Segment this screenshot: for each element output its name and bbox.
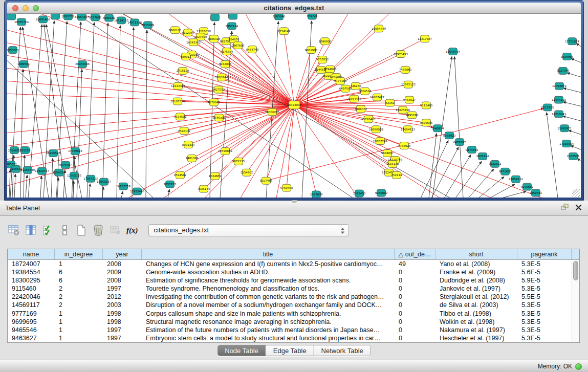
graph-node[interactable]: 2718120 [177,67,189,74]
citation-edge-black[interactable] [569,130,581,136]
graph-node[interactable]: 20053346 [75,60,90,68]
graph-node[interactable]: 3624534 [359,87,372,95]
column-header-name[interactable]: name [8,249,55,259]
combo-stepper-icon[interactable] [340,226,346,235]
table-cell[interactable]: 0 [395,318,435,326]
table-cell[interactable]: Hescheler et al. (1997) [435,334,517,342]
citation-edge-red[interactable] [192,55,294,105]
citation-edge-black[interactable] [51,158,53,198]
citation-edge-black[interactable] [547,113,558,198]
table-cell[interactable]: 1 [55,310,103,318]
graph-node[interactable]: 9872135 [232,158,245,165]
select-rows-icon[interactable] [41,224,54,237]
graph-node[interactable]: 9699695 [420,119,432,126]
citation-edge-red[interactable] [7,105,294,146]
graph-node[interactable]: 9755812 [316,56,329,63]
table-cell[interactable]: Disruption of a novel member of a sodium… [142,301,395,309]
citation-edge-black[interactable] [117,26,120,198]
table-cell[interactable]: Tourette syndrome. Phenomenology and cla… [142,285,395,293]
citation-edge-black[interactable] [40,176,41,198]
table-vertical-scrollbar[interactable] [572,260,579,342]
graph-node[interactable] [7,14,16,20]
graph-node[interactable]: 12975125 [401,81,416,88]
graph-node[interactable]: 62160 [385,99,395,106]
graph-node[interactable]: 1696910 [319,38,332,45]
table-cell[interactable]: 5.3E-5 [517,285,572,293]
column-header-title[interactable]: title [142,249,395,259]
graph-node[interactable]: 9777169 [334,77,347,84]
graph-node[interactable]: 2693719 [62,14,75,20]
citation-edge-red[interactable] [287,105,294,188]
table-cell[interactable]: 2 [55,285,103,293]
graph-node[interactable]: 10790862 [218,148,232,155]
graph-node[interactable]: 7832621 [489,160,501,167]
graph-node[interactable]: 17359924 [68,148,82,155]
graph-node[interactable]: 14671338 [127,19,142,26]
graph-node[interactable]: 6466160 [103,14,116,21]
table-cell[interactable]: 0 [395,285,435,293]
memory-ok-icon[interactable] [575,363,582,370]
table-cell[interactable]: 1998 [103,310,142,318]
graph-node[interactable]: 12505135 [67,172,81,179]
table-cell[interactable]: 1 [55,318,103,326]
graph-node[interactable]: 1092450 [353,190,366,197]
table-cell[interactable]: 2003 [103,301,142,309]
table-cell[interactable]: 9699695 [8,318,55,326]
citation-edge-black[interactable] [502,191,526,198]
table-cell[interactable]: 1997 [103,326,142,334]
citation-edge-black[interactable] [577,158,581,163]
graph-node[interactable]: 19654923 [401,126,415,133]
table-cell[interactable]: Investigating the contribution of common… [142,293,395,301]
table-cell[interactable]: Estimation of significance thresholds fo… [142,276,395,285]
graph-node[interactable]: 18107554 [170,98,185,105]
graph-node[interactable]: 10654112 [509,176,523,183]
column-header-short[interactable]: short [435,249,517,259]
graph-node[interactable]: 9350581 [530,189,542,196]
citation-edge-black[interactable] [146,30,147,198]
table-cell[interactable]: Embryonic stem cells: a model to study s… [142,334,395,342]
graph-node[interactable]: 2803144 [215,74,228,81]
table-cell[interactable]: 6 [55,276,103,285]
close-panel-icon[interactable] [575,204,582,213]
citation-edge-red[interactable] [225,105,294,151]
table-cell[interactable]: Structural magnetic resonance image aver… [142,318,395,326]
graph-node[interactable]: 2053301 [7,47,19,54]
citation-edge-black[interactable] [87,23,94,198]
new-table-icon[interactable] [75,224,88,237]
citation-edge-black[interactable] [563,116,581,122]
graph-node[interactable]: 9495796 [406,112,419,119]
graph-node[interactable]: 891553 [20,147,31,154]
citation-edge-black[interactable] [168,189,169,198]
graph-node[interactable]: 8454749 [246,46,259,53]
citation-edge-red[interactable] [284,31,294,105]
table-cell[interactable]: 0 [395,310,435,318]
table-row[interactable]: 911546021997Tourette syndrome. Phenomeno… [8,285,572,293]
table-cell[interactable]: Jankovic et al. (1997) [435,285,517,293]
window-titlebar[interactable]: citations_edges.txt [7,3,581,14]
graph-node[interactable]: 12213319 [171,82,185,90]
graph-node[interactable]: 9857823 [164,181,177,188]
delete-table-icon[interactable] [92,224,105,237]
graph-node[interactable]: 10958167 [97,178,111,185]
float-panel-icon[interactable] [561,204,569,213]
table-cell[interactable]: 9115460 [8,285,55,293]
graph-node[interactable]: 1167531 [567,152,579,160]
show-columns-icon[interactable] [24,224,37,237]
citation-edge-black[interactable] [123,14,450,198]
table-cell[interactable]: Franke et al. (2009) [435,268,517,276]
citation-edge-red[interactable] [183,71,294,105]
table-cell[interactable]: 2009 [103,268,142,276]
graph-node[interactable]: 10653267 [75,14,89,20]
graph-node[interactable]: 15751074 [565,38,579,45]
graph-node[interactable]: 19355724 [14,18,29,26]
graph-node[interactable]: 9684067 [381,150,394,157]
table-cell[interactable]: 14569117 [8,301,55,309]
citation-edge-black[interactable] [9,169,10,198]
citation-edge-black[interactable] [26,175,27,198]
graph-node[interactable]: 9474444 [466,146,478,154]
citation-edge-black[interactable] [121,191,123,198]
citation-edge-black[interactable] [563,102,581,107]
graph-node[interactable]: 7986372 [355,105,367,113]
table-cell[interactable]: Estimation of the future numbers of pati… [142,326,395,334]
table-row[interactable]: 946554611997Estimation of the future num… [8,326,572,334]
